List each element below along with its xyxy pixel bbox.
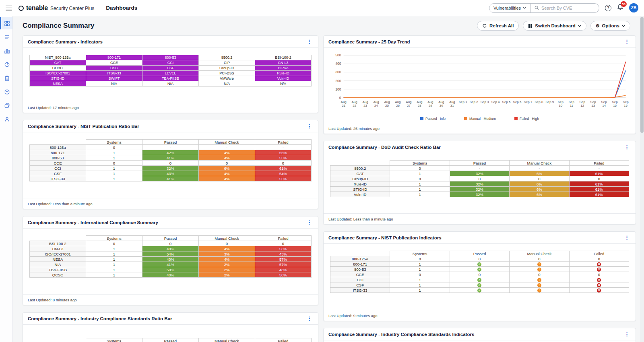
panel-title: Compliance Summary - Industry Compliance… bbox=[28, 316, 172, 321]
sidebar-item-reporting[interactable] bbox=[0, 72, 12, 84]
tenable-logo: tenable Security Center Plus bbox=[19, 4, 94, 12]
indicator-cell: Vuln-ID bbox=[255, 76, 312, 81]
row-label: Rule-ID bbox=[330, 181, 390, 187]
legend-label: Manual - Medium bbox=[469, 117, 496, 121]
table-row: CCI132%6%61% bbox=[30, 166, 312, 171]
indicator-cell: N/A bbox=[255, 81, 312, 87]
indicator-cell: CAT bbox=[30, 60, 86, 66]
row-label: 800-171 bbox=[330, 262, 390, 267]
row-label: 800-125a bbox=[30, 145, 86, 150]
panel-menu-button[interactable]: ⋮ bbox=[623, 38, 631, 45]
sidebar-item-analysis[interactable] bbox=[0, 31, 12, 43]
sidebar-item-dashboards[interactable] bbox=[0, 17, 12, 29]
top-bar: tenable Security Center Plus Dashboards … bbox=[0, 0, 644, 16]
svg-text:Sep 5: Sep 5 bbox=[502, 100, 511, 104]
svg-text:Aug22: Aug22 bbox=[352, 100, 357, 107]
systems-cell: 1 bbox=[390, 282, 450, 288]
failed-cell: ✕ bbox=[569, 282, 629, 288]
table-row: TBA-FIISB150%2%48% bbox=[30, 267, 312, 272]
row-label: CCI bbox=[30, 166, 86, 171]
legend-label: Failed - High bbox=[520, 117, 539, 121]
manual-cell: 3% bbox=[199, 251, 255, 257]
indicator-cell: NESA bbox=[30, 81, 86, 87]
passed-check-icon: ✓ bbox=[477, 283, 481, 287]
notification-badge: 59 bbox=[621, 1, 627, 7]
options-button[interactable]: ⚙ Options bbox=[590, 21, 630, 31]
passed-cell: ✓ bbox=[450, 262, 509, 267]
svg-text:Sep15: Sep15 bbox=[612, 100, 618, 107]
legend-item: Manual - Medium bbox=[464, 117, 496, 121]
manual-cell: ! bbox=[510, 262, 569, 267]
passed-cell: 0 bbox=[142, 241, 199, 246]
table-row: Rule-ID132%6%61% bbox=[330, 181, 629, 187]
manual-warning-icon: ! bbox=[537, 283, 541, 287]
panel-menu-button[interactable]: ⋮ bbox=[623, 234, 631, 241]
table-row: CCE0000 bbox=[330, 272, 629, 277]
sidebar-item-solutions[interactable] bbox=[0, 45, 12, 57]
svg-text:200: 200 bbox=[335, 79, 341, 83]
sidebar-item-feeds[interactable] bbox=[0, 99, 12, 111]
table-row: CSF1✓!✕ bbox=[330, 282, 629, 288]
sidebar-item-scans[interactable] bbox=[0, 58, 12, 70]
sidebar-item-assets[interactable] bbox=[0, 86, 12, 98]
failed-cell: 0 bbox=[569, 256, 629, 262]
data-table: SystemsPassedManual CheckFailed800-125a0… bbox=[29, 139, 312, 181]
indicator-cell: CSC bbox=[86, 66, 142, 71]
column-header: Systems bbox=[390, 251, 450, 256]
column-header: Failed bbox=[569, 161, 629, 166]
table-row: BSI-100-20000 bbox=[30, 241, 312, 246]
table-row: 800-1711✓!✕ bbox=[330, 262, 629, 267]
failed-cross-icon: ✕ bbox=[597, 268, 601, 272]
search-input[interactable] bbox=[541, 6, 594, 10]
panel-menu-button[interactable]: ⋮ bbox=[305, 315, 313, 322]
chevron-down-icon bbox=[622, 25, 625, 27]
column-header: Manual Check bbox=[198, 338, 255, 342]
failed-cell: ✕ bbox=[569, 288, 629, 293]
column-header: Systems bbox=[86, 236, 142, 241]
panel-menu-button[interactable]: ⋮ bbox=[305, 123, 313, 130]
row-label: CSF bbox=[330, 282, 390, 288]
help-icon[interactable]: ? bbox=[605, 5, 611, 11]
indicator-cell: NIA bbox=[86, 81, 142, 87]
manual-cell: 4% bbox=[199, 257, 255, 262]
passed-check-icon: ✓ bbox=[477, 262, 481, 266]
sidebar-item-users[interactable] bbox=[0, 113, 12, 125]
hamburger-menu-icon[interactable] bbox=[6, 6, 12, 10]
row-label: CSF bbox=[30, 171, 86, 176]
panel-menu-button[interactable]: ⋮ bbox=[623, 144, 631, 150]
scrollbar-thumb[interactable] bbox=[640, 17, 644, 133]
row-label: 800-53 bbox=[30, 155, 86, 161]
systems-cell: 1 bbox=[86, 150, 142, 155]
table-header-row: SystemsPassedManual CheckFailed bbox=[330, 161, 629, 166]
panel-industry-indicators: Compliance Summary - Industry Compliance… bbox=[323, 328, 636, 342]
switch-dashboard-button[interactable]: Switch Dashboard bbox=[523, 21, 586, 31]
systems-cell: 1 bbox=[86, 272, 142, 278]
scan-target-icon bbox=[4, 62, 10, 68]
row-label: Vuln-ID bbox=[330, 192, 390, 197]
notifications-button[interactable]: 59 bbox=[617, 4, 623, 12]
manual-warning-icon: ! bbox=[537, 262, 541, 266]
svg-text:Aug29: Aug29 bbox=[427, 100, 433, 107]
indicator-cell: N/A bbox=[142, 81, 199, 87]
indicator-cell: CN-L3 bbox=[255, 60, 312, 66]
manual-cell: 0 bbox=[199, 241, 255, 246]
manual-cell: 6% bbox=[510, 192, 569, 197]
indicator-cell: SWIFT bbox=[86, 76, 142, 81]
systems-cell: 1 bbox=[390, 181, 450, 187]
row-label: STIG-ID bbox=[330, 187, 390, 192]
avatar[interactable]: ZB bbox=[629, 3, 638, 12]
passed-cell: 32% bbox=[450, 187, 509, 192]
row-label: BSI-100-2 bbox=[30, 241, 86, 246]
topbar-page-title: Dashboards bbox=[106, 5, 137, 11]
panel-menu-button[interactable]: ⋮ bbox=[623, 331, 631, 338]
panel-menu-button[interactable]: ⋮ bbox=[305, 38, 313, 45]
search-scope-dropdown[interactable]: Vulnerabilities bbox=[489, 6, 530, 10]
refresh-all-button[interactable]: Refresh All bbox=[477, 21, 519, 31]
nist-ratio-table-wrap: SystemsPassedManual CheckFailed800-125a0… bbox=[23, 132, 318, 198]
series-line bbox=[344, 70, 626, 97]
svg-text:Sep14: Sep14 bbox=[601, 100, 607, 107]
failed-cell: 58% bbox=[255, 272, 312, 278]
table-header-row: SystemsPassedManual CheckFailed bbox=[30, 236, 312, 241]
users-person-icon bbox=[4, 116, 10, 122]
panel-menu-button[interactable]: ⋮ bbox=[305, 219, 313, 226]
